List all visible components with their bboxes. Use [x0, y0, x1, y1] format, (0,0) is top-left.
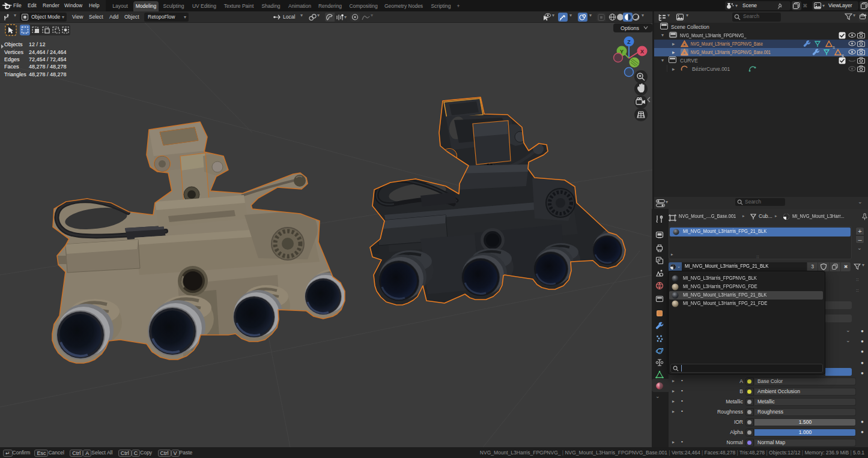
svg-text:Options: Options — [621, 25, 640, 31]
svg-text:Triangles: Triangles — [4, 71, 26, 77]
svg-text:24,464 / 24,464: 24,464 / 24,464 — [29, 49, 67, 55]
svg-text:48,278 / 48,278: 48,278 / 48,278 — [29, 71, 67, 77]
svg-text:X: X — [640, 49, 644, 55]
svg-text:48,278 / 48,278: 48,278 / 48,278 — [29, 64, 67, 70]
svg-text:Z: Z — [627, 39, 631, 45]
svg-text:Objects: Objects — [4, 41, 23, 47]
svg-text:12 / 12: 12 / 12 — [29, 41, 46, 47]
svg-text:Vertices: Vertices — [4, 49, 24, 55]
svg-text:Faces: Faces — [4, 64, 19, 70]
svg-text:Edges: Edges — [4, 56, 20, 62]
svg-text:72,454 / 72,454: 72,454 / 72,454 — [29, 56, 67, 62]
